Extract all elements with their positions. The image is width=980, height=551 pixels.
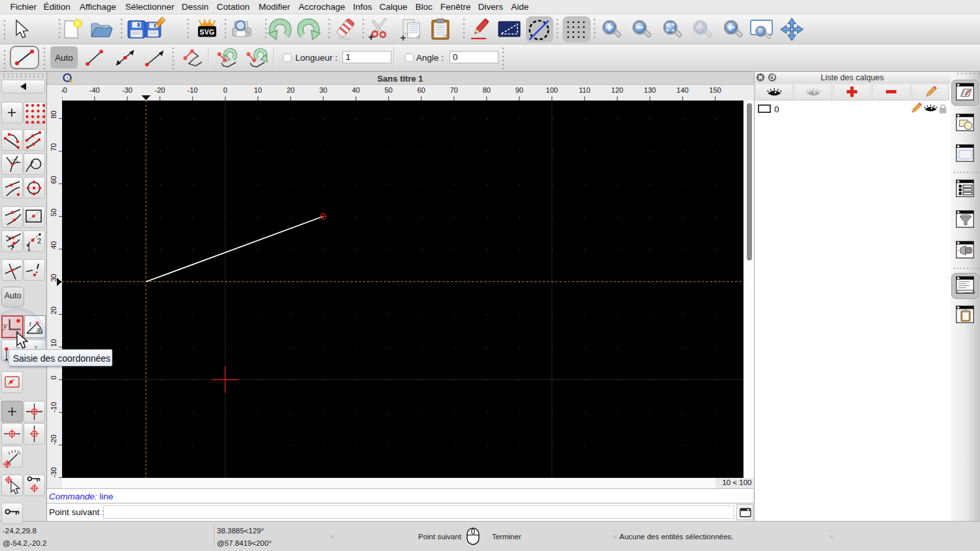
svg-text:0: 0 — [774, 104, 779, 114]
svg-text:...: ... — [966, 249, 969, 253]
svg-text:C Commmand: C Commmand — [960, 291, 975, 293]
